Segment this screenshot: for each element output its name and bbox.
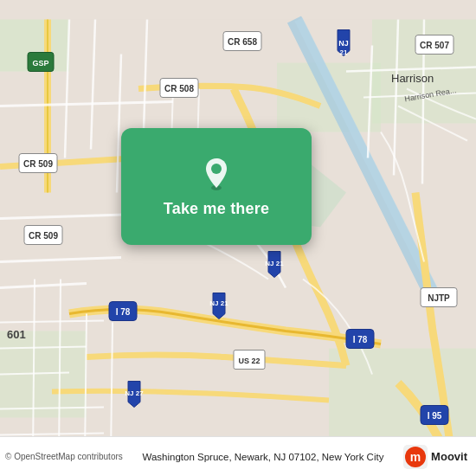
svg-text:GSP: GSP <box>32 59 48 68</box>
svg-text:CR 507: CR 507 <box>420 41 449 50</box>
svg-text:NJ 21: NJ 21 <box>209 299 228 307</box>
svg-text:Harrison: Harrison <box>391 72 434 85</box>
svg-text:CR 509: CR 509 <box>29 231 58 241</box>
take-me-card[interactable]: Take me there <box>121 128 312 245</box>
svg-text:NJ: NJ <box>338 39 349 48</box>
moovit-text: moovit <box>431 450 467 463</box>
address-text: Washington Spruce, Newark, NJ 07102, New… <box>123 452 403 462</box>
svg-text:601: 601 <box>7 328 26 341</box>
svg-text:CR 658: CR 658 <box>228 37 257 47</box>
map-container: CR 658 CR 507 GSP NJ 21 CR 509 CR 508 CR… <box>0 0 476 476</box>
svg-point-70 <box>211 164 222 174</box>
moovit-logo: m moovit <box>403 445 467 469</box>
svg-text:m: m <box>410 450 421 464</box>
osm-attribution: © OpenStreetMap contributors <box>5 452 123 461</box>
svg-text:I 78: I 78 <box>353 335 368 344</box>
svg-text:US 22: US 22 <box>238 357 260 365</box>
take-me-button-label: Take me there <box>164 200 269 218</box>
svg-text:I 78: I 78 <box>116 307 131 317</box>
svg-text:NJ 21: NJ 21 <box>265 260 284 267</box>
svg-text:NJ 27: NJ 27 <box>125 389 144 397</box>
moovit-icon: m <box>403 445 428 469</box>
bottom-bar: © OpenStreetMap contributors Washington … <box>0 436 476 476</box>
svg-text:CR 509: CR 509 <box>23 159 53 169</box>
svg-text:NJTP: NJTP <box>428 293 450 303</box>
svg-text:CR 508: CR 508 <box>164 84 194 93</box>
svg-text:21: 21 <box>340 48 348 56</box>
location-pin-icon <box>197 155 235 193</box>
svg-text:I 95: I 95 <box>428 411 442 421</box>
